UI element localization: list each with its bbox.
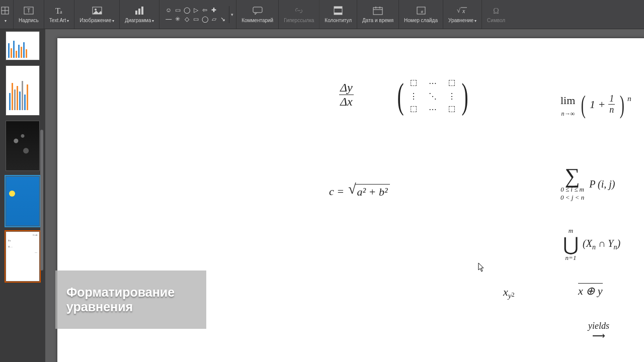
thumbnails-scrollbar-thumb[interactable]: [40, 130, 43, 270]
matrix-hdots: ⋯: [429, 105, 436, 114]
hyperlink-button: Гиперссылка: [279, 0, 319, 29]
shape-connector-icon[interactable]: ↘: [219, 15, 227, 23]
svg-text:Ω: Ω: [493, 7, 499, 15]
slidenum-icon: #: [416, 6, 427, 16]
datetime-button[interactable]: Дата и время: [357, 0, 399, 29]
chevron-down-icon: ▾: [152, 19, 154, 23]
group-truncated[interactable]: ▾: [0, 0, 14, 29]
svg-text:a: a: [60, 9, 62, 15]
textbox-icon: T: [23, 6, 34, 16]
slide-thumb-chart2[interactable]: [6, 65, 40, 116]
shapes-grid[interactable]: ☺ ▭ ◯ ▷ ⇦ ✚ — ✳ ◇ ▭ ◯ ▱ ↘: [164, 5, 228, 24]
shape-ellipse-icon[interactable]: ◯: [183, 6, 191, 14]
svg-text:√: √: [457, 7, 461, 14]
xy2-subexp: 2: [512, 291, 515, 298]
svg-point-8: [95, 9, 97, 11]
shape-arrow-left-icon[interactable]: ⇦: [201, 6, 209, 14]
equation-yields[interactable]: yields ⟶: [588, 321, 609, 341]
equation-icon: √x: [456, 6, 469, 16]
shape-star-icon[interactable]: ✳: [174, 15, 182, 23]
equation-overline[interactable]: x ⊕ y: [578, 285, 603, 298]
omega-icon: Ω: [491, 6, 502, 16]
image-icon: [92, 6, 103, 16]
svg-text:x: x: [462, 8, 465, 15]
svg-rect-10: [138, 9, 140, 15]
yields-arrow-icon: ⟶: [588, 330, 609, 341]
calendar-icon: [372, 6, 383, 16]
lim-one-plus: 1 +: [590, 98, 605, 111]
svg-rect-9: [135, 11, 137, 15]
frac-numerator: Δy: [339, 81, 354, 95]
sum-body: P (i, j): [589, 178, 615, 190]
overlay-line1: Форматирование: [66, 285, 175, 299]
slidenum-label: Номер слайда: [404, 18, 438, 23]
shapes-more-button[interactable]: ▾: [229, 6, 235, 23]
image-label: Изображение: [79, 18, 111, 23]
lim-frac-num: 1: [608, 94, 615, 104]
matrix-cell-placeholder[interactable]: [449, 106, 455, 112]
shape-callout-icon[interactable]: ▭: [192, 15, 200, 23]
equation-pythagoras[interactable]: c = √ a² + b²: [329, 184, 390, 199]
shape-triangle-icon[interactable]: ▷: [192, 6, 200, 14]
comment-button[interactable]: Комментарий: [236, 0, 279, 29]
hyperlink-label: Гиперссылка: [284, 18, 314, 23]
matrix-grid: ⋯ ⋮ ⋱ ⋮ ⋯: [407, 77, 459, 115]
textbox-button[interactable]: T Надпись: [14, 0, 44, 29]
chevron-down-icon: ▾: [474, 19, 476, 23]
matrix-cell-placeholder[interactable]: [411, 80, 417, 86]
frac-denominator: Δx: [339, 95, 354, 109]
table-icon: [0, 6, 10, 16]
equation-limit[interactable]: lim n→∞ ( 1 + 1 n ) n: [560, 91, 631, 118]
image-button[interactable]: Изображение▾: [74, 0, 120, 29]
datetime-label: Дата и время: [362, 18, 393, 23]
slide-thumb-photo2[interactable]: [6, 176, 40, 226]
shape-parallelogram-icon[interactable]: ▱: [210, 15, 218, 23]
shape-smiley-icon[interactable]: ☺: [165, 6, 173, 14]
paren-right: ): [620, 94, 624, 116]
union-body-mid: ∩ Y: [596, 238, 614, 249]
equation-union[interactable]: m ⋃ n=1 (Xn ∩ Yn): [563, 227, 620, 262]
svg-rect-15: [334, 7, 342, 9]
textbox-label: Надпись: [19, 18, 39, 23]
chevron-down-icon: ▾: [67, 19, 69, 23]
comment-icon: [252, 6, 263, 16]
shape-line-icon[interactable]: —: [165, 15, 173, 23]
thumbnails-scrollbar[interactable]: [39, 29, 44, 362]
shape-diamond-icon[interactable]: ◇: [183, 15, 191, 23]
matrix-ddots: ⋱: [429, 92, 436, 101]
chevron-down-icon: ▾: [112, 19, 114, 23]
slide-thumb-equations[interactable]: ≡ t·â Σx ∪… —: [6, 231, 40, 282]
shape-circle-icon[interactable]: ◯: [201, 15, 209, 23]
link-icon: [293, 6, 304, 16]
overlay-line2: уравнения: [66, 300, 133, 314]
shape-plus-icon[interactable]: ✚: [210, 6, 218, 14]
equation-fraction-delta[interactable]: Δy Δx: [339, 81, 354, 109]
union-body-r: ): [617, 238, 620, 249]
textart-button[interactable]: Ta Text Art▾: [44, 0, 74, 29]
matrix-cell-placeholder[interactable]: [411, 106, 417, 112]
slidenum-button[interactable]: # Номер слайда: [399, 0, 443, 29]
paren-right: ): [461, 78, 468, 114]
equation-matrix[interactable]: ( ⋯ ⋮ ⋱ ⋮ ⋯ ): [394, 77, 471, 115]
svg-rect-12: [253, 7, 262, 13]
matrix-cell-placeholder[interactable]: [449, 80, 455, 86]
equation-label: Уравнение: [448, 18, 473, 23]
sum-sub2: 0 < j < n: [560, 194, 584, 202]
paren-left: (: [581, 94, 586, 116]
comment-label: Комментарий: [242, 18, 273, 23]
equation-button[interactable]: √x Уравнение▾: [443, 0, 482, 29]
slide-thumb-photo1[interactable]: [6, 121, 40, 171]
chart-button[interactable]: Диаграмма▾: [120, 0, 159, 29]
svg-rect-17: [373, 8, 382, 15]
slide-thumbnails-panel: ≡ t·â Σx ∪… —: [0, 29, 45, 362]
equation-sum[interactable]: ∑ 0 ≤ i ≤ m 0 < j < n P (i, j): [560, 166, 615, 202]
symbol-label: Символ: [487, 18, 505, 23]
equation-subscript[interactable]: xy2: [503, 286, 515, 300]
shapes-gallery[interactable]: ☺ ▭ ◯ ▷ ⇦ ✚ — ✳ ◇ ▭ ◯ ▱ ↘ ▾: [159, 0, 236, 29]
sum-sub1: 0 ≤ i ≤ m: [560, 186, 584, 194]
slide-thumb-chart1[interactable]: [6, 31, 40, 60]
shape-rect-icon[interactable]: ▭: [174, 6, 182, 14]
union-bot: n=1: [563, 254, 579, 262]
headerfooter-button[interactable]: Колонтитул: [319, 0, 357, 29]
pyth-radicand: a² + b²: [355, 184, 390, 199]
